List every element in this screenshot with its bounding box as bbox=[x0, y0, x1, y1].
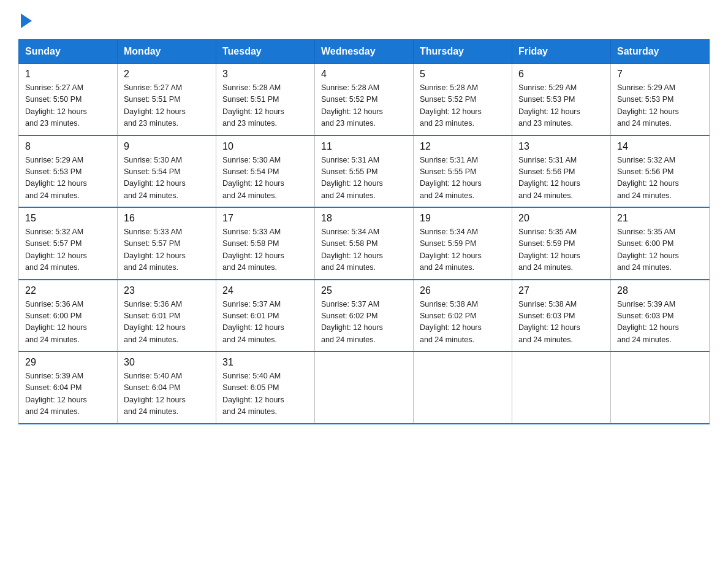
calendar-cell: 11Sunrise: 5:31 AMSunset: 5:55 PMDayligh… bbox=[315, 136, 414, 208]
calendar-cell: 31Sunrise: 5:40 AMSunset: 6:05 PMDayligh… bbox=[216, 351, 315, 424]
day-info: Sunrise: 5:39 AMSunset: 6:04 PMDaylight:… bbox=[25, 370, 111, 418]
day-info: Sunrise: 5:37 AMSunset: 6:02 PMDaylight:… bbox=[321, 299, 407, 347]
day-info: Sunrise: 5:39 AMSunset: 6:03 PMDaylight:… bbox=[617, 299, 703, 347]
calendar-cell: 19Sunrise: 5:34 AMSunset: 5:59 PMDayligh… bbox=[414, 207, 512, 280]
page-header bbox=[18, 12, 710, 28]
calendar-cell: 13Sunrise: 5:31 AMSunset: 5:56 PMDayligh… bbox=[512, 136, 611, 208]
calendar-cell: 12Sunrise: 5:31 AMSunset: 5:55 PMDayligh… bbox=[414, 136, 512, 208]
day-number: 1 bbox=[25, 69, 111, 80]
calendar-cell: 2Sunrise: 5:27 AMSunset: 5:51 PMDaylight… bbox=[118, 64, 216, 136]
week-row-2: 8Sunrise: 5:29 AMSunset: 5:53 PMDaylight… bbox=[19, 136, 710, 208]
day-info: Sunrise: 5:36 AMSunset: 6:00 PMDaylight:… bbox=[25, 299, 111, 347]
calendar-cell: 17Sunrise: 5:33 AMSunset: 5:58 PMDayligh… bbox=[216, 207, 315, 280]
day-info: Sunrise: 5:33 AMSunset: 5:57 PMDaylight:… bbox=[124, 226, 210, 274]
calendar-cell: 22Sunrise: 5:36 AMSunset: 6:00 PMDayligh… bbox=[19, 280, 118, 352]
day-number: 22 bbox=[25, 285, 111, 296]
week-row-3: 15Sunrise: 5:32 AMSunset: 5:57 PMDayligh… bbox=[19, 207, 710, 280]
day-number: 12 bbox=[420, 141, 506, 152]
day-info: Sunrise: 5:40 AMSunset: 6:04 PMDaylight:… bbox=[124, 370, 210, 418]
day-info: Sunrise: 5:31 AMSunset: 5:55 PMDaylight:… bbox=[420, 155, 506, 202]
day-info: Sunrise: 5:37 AMSunset: 6:01 PMDaylight:… bbox=[222, 299, 308, 347]
day-number: 8 bbox=[25, 141, 111, 152]
calendar-cell: 7Sunrise: 5:29 AMSunset: 5:53 PMDaylight… bbox=[611, 64, 710, 136]
calendar-cell: 18Sunrise: 5:34 AMSunset: 5:58 PMDayligh… bbox=[315, 207, 414, 280]
day-number: 28 bbox=[617, 285, 703, 296]
day-number: 18 bbox=[321, 213, 407, 224]
calendar-cell: 9Sunrise: 5:30 AMSunset: 5:54 PMDaylight… bbox=[118, 136, 216, 208]
day-number: 13 bbox=[518, 141, 604, 152]
day-number: 4 bbox=[321, 69, 407, 80]
day-info: Sunrise: 5:27 AMSunset: 5:51 PMDaylight:… bbox=[124, 82, 210, 130]
day-number: 31 bbox=[222, 357, 308, 368]
header-cell-saturday: Saturday bbox=[611, 40, 710, 64]
calendar-cell bbox=[611, 351, 710, 424]
calendar-cell: 3Sunrise: 5:28 AMSunset: 5:51 PMDaylight… bbox=[216, 64, 315, 136]
calendar-cell: 25Sunrise: 5:37 AMSunset: 6:02 PMDayligh… bbox=[315, 280, 414, 352]
day-info: Sunrise: 5:32 AMSunset: 5:56 PMDaylight:… bbox=[617, 155, 703, 202]
week-row-5: 29Sunrise: 5:39 AMSunset: 6:04 PMDayligh… bbox=[19, 351, 710, 424]
day-info: Sunrise: 5:40 AMSunset: 6:05 PMDaylight:… bbox=[222, 370, 308, 418]
day-info: Sunrise: 5:38 AMSunset: 6:03 PMDaylight:… bbox=[518, 299, 604, 347]
day-info: Sunrise: 5:35 AMSunset: 6:00 PMDaylight:… bbox=[617, 226, 703, 274]
day-info: Sunrise: 5:36 AMSunset: 6:01 PMDaylight:… bbox=[124, 299, 210, 347]
day-info: Sunrise: 5:34 AMSunset: 5:58 PMDaylight:… bbox=[321, 226, 407, 274]
calendar-cell: 28Sunrise: 5:39 AMSunset: 6:03 PMDayligh… bbox=[611, 280, 710, 352]
day-info: Sunrise: 5:28 AMSunset: 5:52 PMDaylight:… bbox=[321, 82, 407, 130]
day-info: Sunrise: 5:33 AMSunset: 5:58 PMDaylight:… bbox=[222, 226, 308, 274]
header-row: SundayMondayTuesdayWednesdayThursdayFrid… bbox=[19, 40, 710, 64]
day-number: 11 bbox=[321, 141, 407, 152]
calendar-cell: 21Sunrise: 5:35 AMSunset: 6:00 PMDayligh… bbox=[611, 207, 710, 280]
day-number: 29 bbox=[25, 357, 111, 368]
day-info: Sunrise: 5:27 AMSunset: 5:50 PMDaylight:… bbox=[25, 82, 111, 130]
calendar-cell: 1Sunrise: 5:27 AMSunset: 5:50 PMDaylight… bbox=[19, 64, 118, 136]
logo bbox=[18, 12, 32, 28]
day-info: Sunrise: 5:35 AMSunset: 5:59 PMDaylight:… bbox=[518, 226, 604, 274]
day-info: Sunrise: 5:31 AMSunset: 5:55 PMDaylight:… bbox=[321, 155, 407, 202]
day-info: Sunrise: 5:29 AMSunset: 5:53 PMDaylight:… bbox=[617, 82, 703, 130]
day-number: 10 bbox=[222, 141, 308, 152]
header-cell-wednesday: Wednesday bbox=[315, 40, 414, 64]
calendar-cell bbox=[315, 351, 414, 424]
day-number: 7 bbox=[617, 69, 703, 80]
day-number: 17 bbox=[222, 213, 308, 224]
day-info: Sunrise: 5:28 AMSunset: 5:51 PMDaylight:… bbox=[222, 82, 308, 130]
day-number: 14 bbox=[617, 141, 703, 152]
calendar-cell: 6Sunrise: 5:29 AMSunset: 5:53 PMDaylight… bbox=[512, 64, 611, 136]
header-cell-thursday: Thursday bbox=[414, 40, 512, 64]
day-number: 2 bbox=[124, 69, 210, 80]
day-info: Sunrise: 5:29 AMSunset: 5:53 PMDaylight:… bbox=[518, 82, 604, 130]
calendar-cell: 30Sunrise: 5:40 AMSunset: 6:04 PMDayligh… bbox=[118, 351, 216, 424]
calendar-cell: 20Sunrise: 5:35 AMSunset: 5:59 PMDayligh… bbox=[512, 207, 611, 280]
header-cell-tuesday: Tuesday bbox=[216, 40, 315, 64]
day-number: 23 bbox=[124, 285, 210, 296]
day-info: Sunrise: 5:34 AMSunset: 5:59 PMDaylight:… bbox=[420, 226, 506, 274]
day-info: Sunrise: 5:32 AMSunset: 5:57 PMDaylight:… bbox=[25, 226, 111, 274]
day-number: 20 bbox=[518, 213, 604, 224]
day-number: 24 bbox=[222, 285, 308, 296]
week-row-1: 1Sunrise: 5:27 AMSunset: 5:50 PMDaylight… bbox=[19, 64, 710, 136]
calendar-cell bbox=[512, 351, 611, 424]
calendar-cell: 15Sunrise: 5:32 AMSunset: 5:57 PMDayligh… bbox=[19, 207, 118, 280]
day-info: Sunrise: 5:31 AMSunset: 5:56 PMDaylight:… bbox=[518, 155, 604, 202]
day-number: 3 bbox=[222, 69, 308, 80]
week-row-4: 22Sunrise: 5:36 AMSunset: 6:00 PMDayligh… bbox=[19, 280, 710, 352]
day-number: 25 bbox=[321, 285, 407, 296]
day-info: Sunrise: 5:38 AMSunset: 6:02 PMDaylight:… bbox=[420, 299, 506, 347]
day-info: Sunrise: 5:30 AMSunset: 5:54 PMDaylight:… bbox=[124, 155, 210, 202]
calendar-cell: 5Sunrise: 5:28 AMSunset: 5:52 PMDaylight… bbox=[414, 64, 512, 136]
calendar-cell: 14Sunrise: 5:32 AMSunset: 5:56 PMDayligh… bbox=[611, 136, 710, 208]
calendar-cell: 26Sunrise: 5:38 AMSunset: 6:02 PMDayligh… bbox=[414, 280, 512, 352]
day-number: 9 bbox=[124, 141, 210, 152]
calendar-cell bbox=[414, 351, 512, 424]
logo-triangle-icon bbox=[21, 13, 32, 28]
day-number: 5 bbox=[420, 69, 506, 80]
header-cell-friday: Friday bbox=[512, 40, 611, 64]
calendar-cell: 23Sunrise: 5:36 AMSunset: 6:01 PMDayligh… bbox=[118, 280, 216, 352]
day-number: 15 bbox=[25, 213, 111, 224]
calendar-cell: 16Sunrise: 5:33 AMSunset: 5:57 PMDayligh… bbox=[118, 207, 216, 280]
day-number: 19 bbox=[420, 213, 506, 224]
calendar-cell: 10Sunrise: 5:30 AMSunset: 5:54 PMDayligh… bbox=[216, 136, 315, 208]
calendar-cell: 29Sunrise: 5:39 AMSunset: 6:04 PMDayligh… bbox=[19, 351, 118, 424]
calendar-cell: 24Sunrise: 5:37 AMSunset: 6:01 PMDayligh… bbox=[216, 280, 315, 352]
day-number: 21 bbox=[617, 213, 703, 224]
